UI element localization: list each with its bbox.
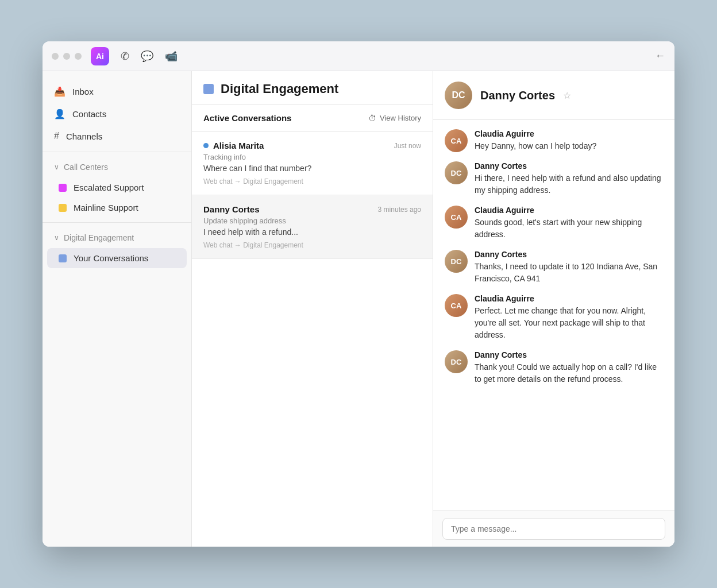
sidebar-item-your-conversations[interactable]: Your Conversations	[47, 248, 187, 268]
msg-content-5: Claudia Aguirre Perfect. Let me change t…	[475, 294, 663, 341]
expand-dot	[75, 53, 82, 60]
msg-text-1: Hey Danny, how can I help today?	[475, 140, 663, 152]
app-logo: Ai	[91, 47, 109, 65]
chat-header: DC Danny Cortes ☆	[433, 71, 674, 120]
msg-sender-3: Claudia Aguirre	[475, 206, 663, 215]
conv-channel-2: Web chat → Digital Engagement	[203, 241, 421, 249]
mainline-support-color	[59, 204, 67, 212]
section-call-centers[interactable]: ∨ Call Centers	[43, 157, 191, 177]
conv-subject-2: Update shipping address	[203, 216, 421, 225]
chat-input-bar	[433, 510, 674, 547]
chevron-icon: ∨	[54, 163, 59, 171]
sidebar-item-channels[interactable]: # Channels	[43, 125, 191, 147]
chat-icon[interactable]: 💬	[141, 50, 153, 63]
panel-header: Digital Engagement	[192, 71, 433, 105]
conversation-item-danny[interactable]: Danny Cortes 3 minutes ago Update shippi…	[192, 195, 433, 259]
window-controls	[52, 53, 82, 60]
chat-contact-name: Danny Cortes	[480, 89, 555, 102]
claudia-avatar-5: CA	[445, 294, 468, 317]
app-window: Ai ✆ 💬 📹 ← 📥 Inbox 👤 Contacts # Channels	[43, 41, 674, 547]
msg-content-3: Claudia Aguirre Sounds good, let's start…	[475, 206, 663, 241]
claudia-avatar-1: CA	[445, 129, 468, 152]
conv-time-2: 3 minutes ago	[378, 206, 421, 214]
message-row-3: CA Claudia Aguirre Sounds good, let's st…	[445, 206, 663, 241]
msg-sender-4: Danny Cortes	[475, 250, 663, 259]
titlebar-icons: ✆ 💬 📹	[121, 50, 178, 63]
conversations-heading: Active Conversations	[203, 113, 291, 123]
danny-avatar-4: DC	[445, 250, 468, 273]
message-row-4: DC Danny Cortes Thanks, I need to update…	[445, 250, 663, 285]
chevron-icon-2: ∨	[54, 234, 59, 242]
clock-icon: ⏱	[368, 114, 376, 123]
back-button[interactable]: ←	[655, 50, 665, 62]
divider-1	[43, 152, 191, 152]
sidebar-item-mainline-support[interactable]: Mainline Support	[43, 198, 191, 218]
close-dot	[52, 53, 59, 60]
msg-text-4: Thanks, I need to update it to 120 India…	[475, 261, 663, 285]
msg-content-6: Danny Cortes Thank you! Could we actuall…	[475, 350, 663, 385]
msg-sender-1: Claudia Aguirre	[475, 129, 663, 138]
conv-top: Alisia Marita Just now	[203, 141, 421, 150]
msg-content-4: Danny Cortes Thanks, I need to update it…	[475, 250, 663, 285]
view-history-button[interactable]: ⏱ View History	[368, 114, 421, 123]
panel-title: Digital Engagement	[221, 82, 338, 96]
sidebar: 📥 Inbox 👤 Contacts # Channels ∨ Call Cen…	[43, 71, 192, 547]
divider-2	[43, 222, 191, 223]
sidebar-item-inbox[interactable]: 📥 Inbox	[43, 80, 191, 103]
phone-icon[interactable]: ✆	[121, 50, 129, 63]
message-row-5: CA Claudia Aguirre Perfect. Let me chang…	[445, 294, 663, 341]
msg-text-3: Sounds good, let's start with your new s…	[475, 216, 663, 241]
conversations-header: Active Conversations ⏱ View History	[192, 105, 433, 131]
conv-preview-2: I need help with a refund...	[203, 227, 421, 237]
msg-sender-5: Claudia Aguirre	[475, 294, 663, 303]
conversations-panel: Digital Engagement Active Conversations …	[192, 71, 433, 547]
conv-subject: Tracking info	[203, 153, 421, 161]
msg-content-1: Claudia Aguirre Hey Danny, how can I hel…	[475, 129, 663, 152]
conv-name-2: Danny Cortes	[203, 204, 260, 214]
msg-text-5: Perfect. Let me change that for you now.…	[475, 305, 663, 341]
contact-avatar: DC	[445, 82, 472, 109]
titlebar: Ai ✆ 💬 📹 ←	[43, 41, 674, 71]
msg-content-2: Danny Cortes Hi there, I need help with …	[475, 161, 663, 196]
msg-sender-2: Danny Cortes	[475, 161, 663, 171]
avatar-placeholder: DC	[445, 82, 472, 109]
your-conversations-color	[59, 254, 67, 262]
chat-input[interactable]	[442, 518, 665, 540]
digital-engagement-icon	[203, 84, 214, 94]
contacts-icon: 👤	[54, 109, 65, 119]
conversation-list: Alisia Marita Just now Tracking info Whe…	[192, 131, 433, 547]
conv-preview: Where can I find that number?	[203, 164, 421, 173]
sidebar-item-escalated-support[interactable]: Escalated Support	[43, 177, 191, 198]
escalated-support-color	[59, 184, 67, 192]
msg-text-2: Hi there, I need help with a refund and …	[475, 172, 663, 196]
claudia-avatar-3: CA	[445, 206, 468, 229]
minimize-dot	[63, 53, 70, 60]
danny-avatar-6: DC	[445, 350, 468, 373]
message-row-6: DC Danny Cortes Thank you! Could we actu…	[445, 350, 663, 385]
conv-top-2: Danny Cortes 3 minutes ago	[203, 204, 421, 214]
unread-dot	[203, 143, 209, 148]
danny-avatar-2: DC	[445, 161, 468, 184]
msg-sender-6: Danny Cortes	[475, 350, 663, 359]
section-digital-engagement[interactable]: ∨ Digital Engagement	[43, 227, 191, 248]
message-row-2: DC Danny Cortes Hi there, I need help wi…	[445, 161, 663, 196]
conv-channel: Web chat → Digital Engagement	[203, 177, 421, 185]
star-icon[interactable]: ☆	[563, 90, 571, 101]
conversation-item-alisia[interactable]: Alisia Marita Just now Tracking info Whe…	[192, 131, 433, 195]
hash-icon: #	[54, 131, 59, 141]
inbox-icon: 📥	[54, 86, 65, 97]
main-content: 📥 Inbox 👤 Contacts # Channels ∨ Call Cen…	[43, 71, 674, 547]
conv-time: Just now	[394, 142, 421, 150]
sidebar-item-contacts[interactable]: 👤 Contacts	[43, 103, 191, 125]
chat-messages: CA Claudia Aguirre Hey Danny, how can I …	[433, 120, 674, 510]
message-row-1: CA Claudia Aguirre Hey Danny, how can I …	[445, 129, 663, 152]
chat-panel: DC Danny Cortes ☆ CA Claudia Aguirre Hey…	[433, 71, 674, 547]
conv-name: Alisia Marita	[203, 141, 264, 150]
video-icon[interactable]: 📹	[165, 50, 178, 63]
msg-text-6: Thank you! Could we actually hop on a ca…	[475, 361, 663, 385]
